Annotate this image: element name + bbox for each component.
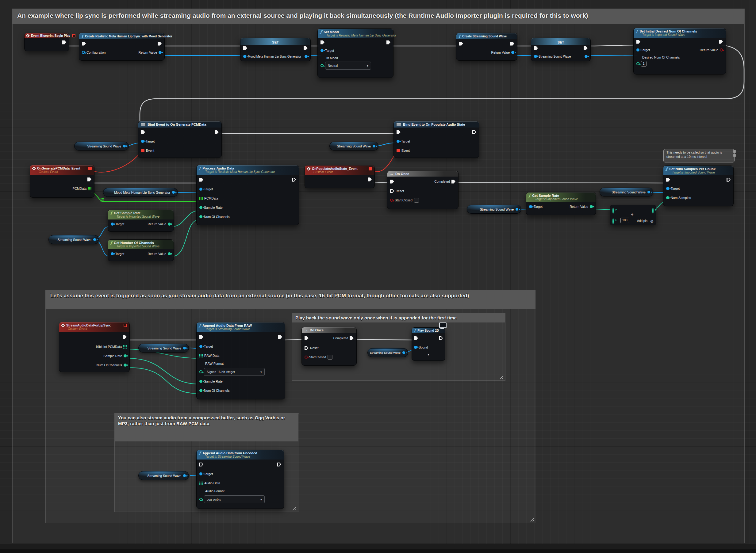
object-pin[interactable]: [199, 345, 202, 348]
node-comment-bubble[interactable]: This needs to be called so that audio is…: [663, 149, 735, 162]
exec-in-pin[interactable]: [243, 46, 247, 50]
object-pin[interactable]: [172, 191, 175, 194]
wildcard-pin[interactable]: [612, 218, 614, 224]
exec-out-pin[interactable]: [87, 177, 91, 181]
object-pin[interactable]: [123, 145, 126, 147]
exec-in-pin[interactable]: [666, 178, 670, 182]
exec-in-pin[interactable]: [414, 336, 418, 340]
exec-out-pin[interactable]: [439, 336, 443, 340]
int-pin[interactable]: [636, 62, 639, 65]
object-pin[interactable]: [511, 51, 514, 54]
node-set-mood[interactable]: ƒ Set Mood Target is Realistic Meta Huma…: [318, 28, 394, 78]
object-pin[interactable]: [534, 55, 537, 58]
variable-pill-streaming[interactable]: Streaming Sound Wave: [138, 344, 189, 352]
exec-in-pin[interactable]: [321, 41, 325, 45]
add-pin-plus-icon[interactable]: ⊕: [650, 219, 654, 224]
array-pin[interactable]: [88, 187, 91, 190]
exec-out-pin[interactable]: [452, 180, 456, 184]
exec-out-pin[interactable]: [123, 335, 127, 339]
object-pin[interactable]: [111, 252, 114, 255]
array-pin[interactable]: [199, 197, 203, 200]
node-divide[interactable]: ÷ 100 Add pin ⊕: [610, 205, 656, 225]
object-pin[interactable]: [82, 51, 85, 54]
reroute-pin[interactable]: [100, 198, 104, 202]
node-stream-audio-event[interactable]: StreamAudioDataForLipSync Custom Event 1…: [59, 322, 130, 372]
exec-out-pin[interactable]: [727, 178, 731, 182]
exec-in-pin[interactable]: [636, 40, 640, 44]
int-pin[interactable]: [590, 205, 593, 208]
enum-pin[interactable]: [199, 370, 202, 373]
node-do-once-2[interactable]: → Do Once Completed Reset Start Closed: [301, 327, 357, 366]
variable-pill-mood[interactable]: Mood Meta Human Lip Sync Generator: [103, 188, 178, 197]
wildcard-pin[interactable]: [612, 208, 614, 214]
int-pin[interactable]: [124, 354, 127, 358]
variable-pill-streaming[interactable]: Streaming Sound Wave: [467, 205, 522, 214]
exec-out-pin[interactable]: [277, 463, 281, 467]
exec-out-pin[interactable]: [303, 46, 307, 50]
bool-pin[interactable]: [390, 199, 393, 202]
node-process-audio-data[interactable]: ƒ Process Audio Data Target is Realistic…: [196, 165, 299, 225]
object-pin[interactable]: [141, 140, 144, 143]
object-pin[interactable]: [585, 55, 588, 58]
exec-out-pin[interactable]: [278, 335, 282, 339]
object-pin[interactable]: [111, 223, 114, 226]
exec-in-pin[interactable]: [82, 42, 86, 46]
array-pin[interactable]: [199, 354, 203, 358]
exec-out-pin[interactable]: [350, 336, 354, 340]
comment-assume-title[interactable]: Let's assume this event is triggered as …: [46, 290, 536, 309]
object-pin[interactable]: [516, 208, 518, 211]
node-ongenerate-event[interactable]: OnGeneratePCMData_Event Custom Event PCM…: [30, 165, 94, 198]
comment-playback-title[interactable]: Play back the sound wave only once when …: [292, 313, 505, 322]
channels-value-input[interactable]: 1: [641, 61, 646, 67]
object-pin[interactable]: [402, 351, 405, 354]
variable-pill-streaming[interactable]: Streaming Sound Wave: [367, 348, 408, 357]
exec-out-pin[interactable]: [292, 178, 296, 182]
exec-in-pin[interactable]: [397, 130, 401, 134]
delegate-pin[interactable]: [88, 167, 92, 170]
int-pin[interactable]: [199, 206, 202, 209]
exec-in-pin[interactable]: [304, 346, 308, 350]
comment-compressed-title[interactable]: You can also stream audio from a compres…: [115, 413, 298, 442]
node-bind-generate-pcm[interactable]: Bind Event to On Generate PCMData Target…: [138, 121, 222, 158]
variable-pill-streaming[interactable]: Streaming Sound Wave: [49, 235, 99, 244]
exec-out-pin[interactable]: [62, 41, 66, 45]
object-pin[interactable]: [93, 238, 96, 241]
delegate-pin[interactable]: [72, 34, 75, 37]
exec-out-pin[interactable]: [510, 42, 514, 46]
int-pin[interactable]: [168, 252, 171, 255]
array-pin[interactable]: [199, 482, 203, 485]
exec-in-pin[interactable]: [199, 335, 203, 339]
exec-out-pin[interactable]: [387, 41, 391, 45]
exec-out-pin[interactable]: [472, 130, 476, 134]
node-event-begin-play[interactable]: Event Blueprint Begin Play: [24, 33, 69, 51]
node-play-sound-2d[interactable]: ƒ Play Sound 2D Sound ▾: [412, 327, 445, 361]
exec-out-pin[interactable]: [583, 46, 588, 50]
object-pin[interactable]: [199, 472, 202, 475]
object-pin[interactable]: [199, 187, 202, 191]
exec-in-pin[interactable]: [199, 463, 203, 467]
node-set-initial-channels[interactable]: ƒ Set Initial Desired Num Of Channels Ta…: [633, 28, 726, 75]
exec-in-pin[interactable]: [199, 178, 203, 182]
exec-out-pin[interactable]: [158, 42, 162, 46]
exec-in-pin[interactable]: [390, 189, 394, 193]
node-create-lip-sync[interactable]: ƒ Create Realistic Meta Human Lip Sync w…: [79, 33, 165, 61]
int-pin[interactable]: [199, 389, 202, 392]
delegate-pin[interactable]: [124, 324, 127, 327]
object-pin[interactable]: [666, 187, 669, 190]
exec-in-pin[interactable]: [390, 180, 394, 184]
exec-in-pin[interactable]: [304, 336, 308, 340]
delegate-pin[interactable]: [397, 149, 400, 152]
comment-main-title[interactable]: An example where lip sync is performed w…: [12, 9, 744, 24]
node-create-streaming[interactable]: ƒ Create Streaming Sound Wave Return Val…: [456, 33, 518, 61]
node-bind-populate-state[interactable]: Bind Event to On Populate Audio State Ta…: [394, 121, 479, 158]
enum-pin[interactable]: [321, 64, 324, 67]
object-pin[interactable]: [183, 474, 186, 477]
node-get-sample-rate[interactable]: ƒ Get Sample Rate Target is Imported Sou…: [108, 210, 174, 232]
object-pin[interactable]: [183, 347, 186, 349]
variable-pill-streaming[interactable]: Streaming Sound Wave: [600, 187, 653, 196]
bool-pin[interactable]: [720, 49, 723, 52]
delegate-pin[interactable]: [369, 167, 372, 170]
mood-dropdown[interactable]: Neutral ▾: [325, 62, 371, 70]
node-get-num-channels[interactable]: ƒ Get Number Of Channels Target is Impor…: [108, 239, 174, 261]
exec-in-pin[interactable]: [141, 130, 145, 134]
